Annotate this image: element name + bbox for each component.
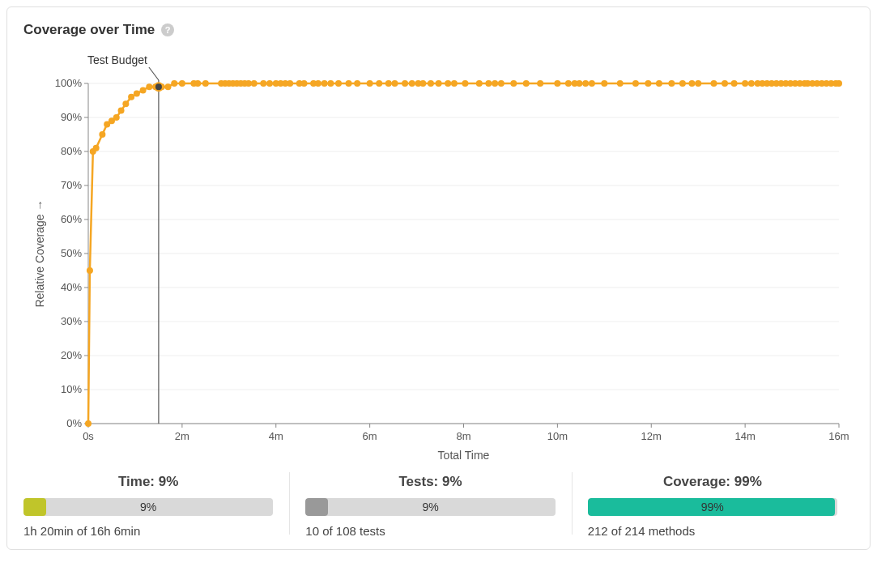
stat-tests-title: Tests: 9% — [305, 474, 555, 490]
svg-text:40%: 40% — [61, 281, 82, 293]
svg-point-67 — [140, 87, 147, 93]
svg-point-64 — [122, 100, 129, 107]
svg-point-127 — [601, 80, 607, 87]
svg-point-125 — [582, 80, 589, 87]
svg-text:2m: 2m — [175, 430, 189, 442]
svg-point-102 — [376, 80, 382, 87]
svg-point-114 — [476, 80, 483, 87]
svg-point-120 — [537, 80, 543, 87]
svg-point-103 — [385, 80, 392, 87]
svg-point-118 — [510, 80, 517, 87]
stat-tests-sub: 10 of 108 tests — [305, 524, 555, 538]
svg-point-108 — [419, 80, 426, 87]
svg-point-65 — [128, 94, 134, 100]
svg-text:70%: 70% — [61, 179, 82, 191]
svg-point-100 — [354, 80, 360, 87]
svg-text:Total Time: Total Time — [438, 449, 490, 462]
svg-point-91 — [287, 80, 293, 87]
stat-time-sub: 1h 20min of 16h 6min — [23, 524, 273, 538]
svg-point-110 — [436, 80, 442, 87]
svg-text:50%: 50% — [61, 247, 82, 259]
svg-point-106 — [409, 80, 415, 87]
svg-point-119 — [523, 80, 530, 87]
svg-point-117 — [498, 80, 504, 87]
svg-text:0%: 0% — [66, 417, 82, 429]
svg-text:16m: 16m — [828, 430, 849, 442]
stats-row: Time: 9% 9% 1h 20min of 16h 6min Tests: … — [23, 469, 854, 538]
stat-tests-bar-label: 9% — [305, 498, 555, 516]
svg-point-128 — [617, 80, 624, 87]
svg-point-68 — [146, 83, 152, 90]
stat-coverage-sub: 212 of 214 methods — [588, 524, 837, 538]
svg-point-111 — [445, 80, 451, 87]
svg-text:Test Budget: Test Budget — [87, 53, 147, 66]
coverage-card: Coverage over Time ? 0%10%20%30%40%50%60… — [6, 6, 871, 550]
svg-point-139 — [742, 80, 748, 87]
svg-text:90%: 90% — [61, 111, 82, 123]
svg-point-98 — [335, 80, 342, 87]
svg-text:10m: 10m — [547, 430, 568, 442]
title-row: Coverage over Time ? — [23, 22, 854, 38]
svg-point-135 — [695, 80, 701, 87]
svg-text:20%: 20% — [61, 349, 82, 361]
stat-coverage-bar: 99% — [588, 498, 837, 516]
svg-point-124 — [576, 80, 582, 87]
svg-point-136 — [711, 80, 717, 87]
svg-text:14m: 14m — [734, 430, 755, 442]
svg-point-105 — [402, 80, 408, 87]
svg-point-99 — [346, 80, 352, 87]
svg-point-58 — [93, 145, 100, 151]
svg-point-66 — [134, 91, 140, 97]
stat-time-bar: 9% — [23, 498, 273, 516]
stat-time-title: Time: 9% — [23, 474, 273, 490]
svg-point-76 — [202, 80, 209, 87]
svg-point-72 — [171, 80, 177, 87]
svg-point-122 — [565, 80, 572, 87]
svg-point-75 — [194, 80, 201, 87]
svg-point-93 — [301, 80, 308, 87]
help-icon[interactable]: ? — [161, 23, 174, 36]
svg-point-121 — [554, 80, 560, 87]
svg-point-73 — [179, 80, 185, 87]
svg-point-85 — [251, 80, 258, 87]
stat-tests-bar: 9% — [305, 498, 555, 516]
svg-text:4m: 4m — [269, 430, 283, 442]
svg-text:10%: 10% — [61, 383, 82, 395]
svg-point-116 — [492, 80, 498, 87]
svg-point-115 — [485, 80, 492, 87]
svg-point-137 — [722, 80, 728, 87]
chart: 0%10%20%30%40%50%60%70%80%90%100%0s2m4m6… — [23, 43, 854, 464]
stat-coverage-bar-label: 99% — [588, 498, 837, 516]
stat-coverage: Coverage: 99% 99% 212 of 214 methods — [572, 469, 854, 538]
svg-text:60%: 60% — [61, 213, 82, 225]
svg-text:0s: 0s — [83, 430, 94, 442]
stat-coverage-title: Coverage: 99% — [588, 474, 837, 490]
svg-point-113 — [462, 80, 468, 87]
svg-point-87 — [266, 80, 273, 87]
svg-line-161 — [149, 67, 159, 80]
svg-text:Relative Coverage  →: Relative Coverage → — [33, 199, 46, 307]
svg-point-131 — [656, 80, 662, 87]
svg-point-159 — [836, 80, 842, 87]
svg-point-63 — [118, 108, 125, 114]
svg-point-101 — [367, 80, 373, 87]
svg-point-140 — [748, 80, 755, 87]
svg-point-132 — [668, 80, 675, 87]
chart-svg: 0%10%20%30%40%50%60%70%80%90%100%0s2m4m6… — [23, 43, 855, 464]
svg-text:80%: 80% — [61, 145, 82, 157]
svg-text:30%: 30% — [61, 315, 82, 327]
svg-point-104 — [392, 80, 398, 87]
svg-point-62 — [113, 114, 120, 121]
svg-point-163 — [155, 83, 163, 91]
stat-tests: Tests: 9% 9% 10 of 108 tests — [289, 469, 571, 538]
svg-point-86 — [260, 80, 266, 87]
svg-point-134 — [688, 80, 695, 87]
svg-point-71 — [164, 83, 171, 90]
svg-text:12m: 12m — [641, 430, 662, 442]
card-title: Coverage over Time — [23, 22, 155, 38]
svg-point-59 — [99, 131, 105, 138]
svg-point-97 — [327, 80, 334, 87]
svg-point-96 — [321, 80, 328, 87]
svg-point-130 — [645, 80, 651, 87]
svg-point-126 — [589, 80, 595, 87]
